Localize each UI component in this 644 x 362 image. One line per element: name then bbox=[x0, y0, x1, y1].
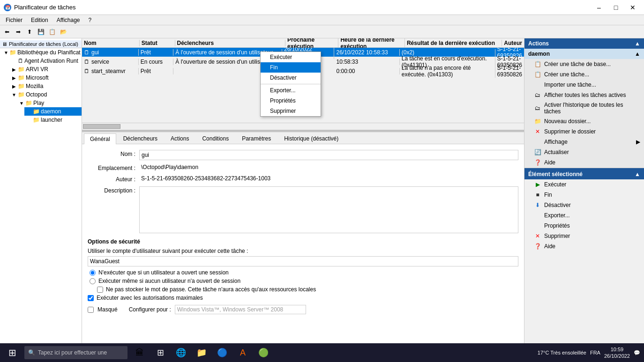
aide-selected-icon: ❓ bbox=[534, 243, 541, 250]
collapse-actions-icon[interactable]: ▲ bbox=[635, 40, 640, 47]
radio-no-session[interactable] bbox=[90, 278, 96, 284]
radio-session-ouverte[interactable] bbox=[90, 270, 96, 276]
action-desactiver[interactable]: ⬇ Désactiver bbox=[524, 200, 644, 210]
taskbar-adobe[interactable]: A bbox=[234, 345, 251, 360]
context-menu: Exécuter Fin Désactiver Exporter... Prop… bbox=[260, 52, 321, 117]
tree-arvi[interactable]: ▶ 📁 ARVI VR bbox=[9, 65, 82, 74]
action-nouveau-dossier[interactable]: 📁 Nouveau dossier... bbox=[524, 116, 644, 126]
menu-edition[interactable]: Edition bbox=[27, 16, 52, 24]
taskbar-date-value: 26/10/2022 bbox=[604, 353, 630, 359]
taskbar-notification[interactable]: 💬 bbox=[634, 350, 640, 356]
minimize-button[interactable]: – bbox=[592, 2, 607, 13]
tree-microsoft[interactable]: ▶ 📁 Microsoft bbox=[9, 74, 82, 82]
save-button[interactable]: 💾 bbox=[36, 27, 46, 37]
collapse-global-icon[interactable]: ▲ bbox=[635, 51, 640, 57]
action-executer[interactable]: ▶ Exécuter bbox=[524, 179, 644, 190]
maximize-button[interactable]: □ bbox=[608, 2, 623, 13]
context-proprietes[interactable]: Propriétés bbox=[261, 96, 321, 106]
action-supprimer-dossier[interactable]: ✕ Supprimer le dossier bbox=[524, 126, 644, 137]
emplacement-label: Emplacement : bbox=[88, 164, 139, 171]
tree-library[interactable]: ▼ 📁 Bibliothèque du Planificat bbox=[2, 48, 82, 57]
header-auteur[interactable]: Auteur bbox=[502, 40, 524, 46]
menu-fichier[interactable]: Fichier bbox=[2, 16, 26, 24]
checkbox-max-auth[interactable] bbox=[88, 295, 94, 301]
window-controls: – □ ✕ bbox=[592, 2, 640, 13]
context-exporter[interactable]: Exporter... bbox=[261, 85, 321, 96]
menu-affichage[interactable]: Affichage bbox=[53, 16, 84, 24]
global-actions-section: daemon ▲ 📋 Créer une tâche de base... 📋 … bbox=[524, 49, 644, 168]
tree-daemon[interactable]: 📁 daemon bbox=[24, 107, 82, 116]
action-supprimer[interactable]: ✕ Supprimer bbox=[524, 231, 644, 241]
header-declencheurs[interactable]: Déclencheurs bbox=[175, 40, 286, 46]
menu-bar: Fichier Edition Affichage ? bbox=[0, 15, 644, 25]
up-button[interactable]: ⬆ bbox=[24, 27, 35, 37]
radio-session-ouverte-label: N'exécuter que si un utilisateur a ouver… bbox=[98, 269, 229, 276]
collapse-selected-icon[interactable]: ▲ bbox=[635, 171, 640, 177]
taskbar-explorer[interactable]: 📁 bbox=[193, 345, 210, 360]
context-desactiver[interactable]: Désactiver bbox=[261, 73, 321, 83]
action-importer[interactable]: Importer une tâche... bbox=[524, 80, 644, 90]
tab-actions[interactable]: Actions bbox=[165, 133, 195, 144]
header-resultat[interactable]: Résultat de la dernière exécution bbox=[405, 40, 502, 46]
nouveau-dossier-icon: 📁 bbox=[534, 118, 541, 125]
action-aide-selected[interactable]: ❓ Aide bbox=[524, 241, 644, 251]
tree-play[interactable]: ▼ 📁 Play bbox=[17, 99, 82, 107]
action-fin[interactable]: ■ Fin bbox=[524, 190, 644, 200]
masque-checkbox[interactable] bbox=[88, 307, 94, 313]
arvi-icon: 📁 bbox=[18, 66, 25, 73]
tab-historique[interactable]: Historique (désactivé) bbox=[278, 133, 344, 144]
action-afficher-actives[interactable]: 🗂 Afficher toutes les tâches actives bbox=[524, 90, 644, 100]
context-executer[interactable]: Exécuter bbox=[261, 52, 321, 62]
tab-parametres[interactable]: Paramètres bbox=[236, 133, 277, 144]
checkbox-no-password[interactable] bbox=[97, 287, 103, 293]
selected-section-label: Élément sélectionné bbox=[528, 171, 583, 177]
start-button[interactable]: ⊞ bbox=[4, 345, 21, 360]
taskbar-time-value: 10:59 bbox=[604, 346, 630, 353]
action-aide-global[interactable]: ❓ Aide bbox=[524, 157, 644, 168]
compte-input[interactable] bbox=[88, 256, 518, 266]
tree-mozilla[interactable]: ▶ 📁 Mozilla bbox=[9, 82, 82, 90]
taskbar-app2[interactable]: 🟢 bbox=[255, 345, 272, 360]
taskbar: ⊞ 🔍 Tapez ici pour effectuer une 🏛 ⊞ 🌐 📁… bbox=[0, 343, 644, 362]
action-exporter[interactable]: Exporter... bbox=[524, 210, 644, 221]
context-supprimer[interactable]: Supprimer bbox=[261, 106, 321, 116]
nom-input[interactable] bbox=[139, 150, 518, 160]
tree-octopod[interactable]: ▼ 📁 Octopod bbox=[9, 90, 82, 99]
context-fin[interactable]: Fin bbox=[261, 62, 321, 73]
tab-conditions[interactable]: Conditions bbox=[196, 133, 235, 144]
selected-section-header: Élément sélectionné ▲ bbox=[524, 169, 644, 179]
header-statut[interactable]: Statut bbox=[140, 40, 175, 46]
hscrollbar[interactable] bbox=[82, 123, 524, 130]
main-layout: 🖥 Planificateur de tâches (Local) ▼ 📁 Bi… bbox=[0, 38, 644, 348]
close-button[interactable]: ✕ bbox=[625, 2, 640, 13]
action-activer-historique[interactable]: 🗂 Activer l'historique de toutes les tâc… bbox=[524, 100, 644, 116]
taskbar-edge[interactable]: 🌐 bbox=[172, 345, 189, 360]
tree-agent[interactable]: 🗒 Agent Activation Runt bbox=[9, 57, 82, 65]
forward-button[interactable]: ➡ bbox=[13, 27, 23, 37]
action-creer-tache[interactable]: 📋 Créer une tâche... bbox=[524, 69, 644, 80]
detail-tabs: Général Déclencheurs Actions Conditions … bbox=[82, 132, 524, 144]
open-button[interactable]: 📂 bbox=[58, 27, 68, 37]
configurer-input[interactable] bbox=[175, 305, 306, 314]
taskbar-widgets[interactable]: 🏛 bbox=[131, 345, 148, 360]
menu-help[interactable]: ? bbox=[85, 16, 96, 24]
action-actualiser[interactable]: 🔄 Actualiser bbox=[524, 147, 644, 157]
global-section-label: daemon bbox=[528, 51, 550, 57]
exporter-icon bbox=[534, 212, 541, 219]
tab-declencheurs[interactable]: Déclencheurs bbox=[117, 133, 164, 144]
header-nom[interactable]: Nom bbox=[82, 40, 140, 46]
tab-general[interactable]: Général bbox=[84, 133, 116, 144]
mozilla-icon: 📁 bbox=[18, 83, 25, 89]
action-affichage[interactable]: Affichage ▶ bbox=[524, 137, 644, 147]
library-icon: 📁 bbox=[9, 49, 16, 56]
description-textarea[interactable] bbox=[139, 186, 518, 233]
action-creer-base[interactable]: 📋 Créer une tâche de base... bbox=[524, 59, 644, 69]
taskbar-chrome[interactable]: 🔵 bbox=[214, 345, 231, 360]
action-proprietes[interactable]: Propriétés bbox=[524, 221, 644, 231]
taskbar-multitask[interactable]: ⊞ bbox=[152, 345, 169, 360]
tree-launcher[interactable]: 📁 launcher bbox=[24, 116, 82, 124]
back-button[interactable]: ⬅ bbox=[2, 27, 12, 37]
search-box[interactable]: 🔍 Tapez ici pour effectuer une bbox=[24, 346, 127, 359]
tree-root-label[interactable]: Planificateur de tâches (Local) bbox=[9, 41, 78, 47]
copy-button[interactable]: 📋 bbox=[47, 27, 57, 37]
